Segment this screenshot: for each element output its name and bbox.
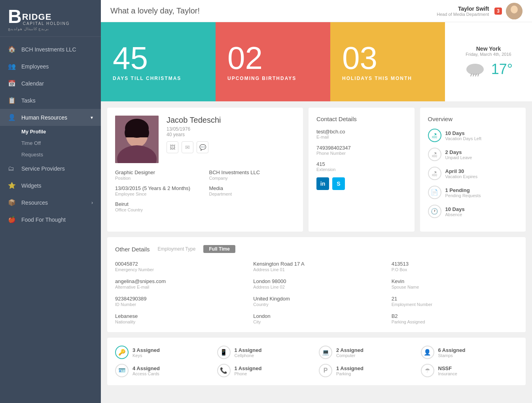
topbar: What a lovely day, Taylor! Taylor Swift … (101, 0, 532, 22)
detail-department: Media Department (209, 185, 295, 196)
svg-point-1 (511, 6, 518, 13)
asset-cellphone: 📱 1 Assigned Cellphone (217, 346, 314, 359)
food-icon: 🍎 (8, 216, 17, 223)
asset-parking: P 1 Assigned Parking (319, 364, 416, 377)
other-details-grid: 00045872 Emergency Number Kensington Roa… (115, 261, 518, 324)
overview-unpaid-leave: 🏖 2 Days Unpaid Leave (428, 148, 518, 161)
service-providers-icon: 🗂 (8, 165, 17, 172)
asset-phone: 📞 1 Assigned Phone (217, 364, 314, 377)
assets-section: 🔑 3 Assigned Keys 📱 1 Assigned Cellphone… (107, 338, 526, 385)
linkedin-button[interactable]: in (316, 177, 329, 190)
other-details-card: Other Details Employment Type Full Time … (107, 237, 526, 332)
sidebar-item-widgets[interactable]: ⭐ Widgets (0, 177, 101, 194)
other-po-box: 413513 P.O Box (392, 261, 518, 272)
profile-photo-btn[interactable]: 🖼 (167, 141, 178, 153)
calendar-icon: 📅 (8, 80, 17, 87)
overview-absence: 🕐 10 Days Absence (428, 205, 518, 218)
phone-icon: 📞 (217, 364, 231, 377)
other-alt-email: angelina@snipes.com Alternative E-mail (115, 278, 241, 289)
detail-company: BCH Investments LLC Company (209, 169, 295, 181)
access-card-icon: 🪪 (115, 364, 129, 377)
other-emergency-number: 00045872 Emergency Number (115, 261, 241, 272)
profile-chat-btn[interactable]: 💬 (197, 141, 208, 153)
stat-birthdays: 02 UPCOMING BIRTHDAYS (216, 22, 330, 101)
skype-button[interactable]: S (332, 177, 345, 190)
social-icons: in S (316, 177, 407, 190)
sub-nav-my-profile[interactable]: My Profile (21, 126, 101, 137)
human-resources-icon: 👤 (8, 114, 17, 121)
sub-nav-requests[interactable]: Requests (21, 149, 101, 160)
unpaid-icon: 🏖 (428, 148, 441, 161)
sidebar-nav: 🏠 BCH Investments LLC 👥 Employees 📅 Cale… (0, 37, 101, 403)
widgets-icon: ⭐ (8, 182, 17, 189)
other-address2: London 98000 Address Line 02 (253, 278, 379, 289)
sidebar-item-bch[interactable]: 🏠 BCH Investments LLC (0, 41, 101, 58)
main-content: What a lovely day, Taylor! Taylor Swift … (101, 0, 532, 403)
expires-icon: 🏖 (428, 167, 441, 180)
greeting-text: What a lovely day, Taylor! (110, 6, 437, 15)
sidebar-item-employees[interactable]: 👥 Employees (0, 58, 101, 75)
contact-extension: 415 Extension (316, 161, 407, 172)
other-nationality: Lebanese Nationality (115, 313, 241, 324)
content-area: Jacob Tedeschi 13/05/1976 40 years 🖼 ✉ 💬… (101, 101, 532, 392)
stat-holidays: 03 HOLIDAYS THIS MONTH (330, 22, 445, 101)
profile-info: Jacob Tedeschi 13/05/1976 40 years 🖼 ✉ 💬 (167, 116, 295, 163)
profile-actions: 🖼 ✉ 💬 (167, 141, 295, 153)
chevron-down-icon: ▾ (91, 115, 93, 120)
beach-icon: 🏖 (428, 129, 441, 142)
home-icon: 🏠 (8, 46, 17, 53)
other-address1: Kensington Road 17 A Address Line 01 (253, 261, 379, 272)
contact-card: Contact Details test@bch.co E-mail 74939… (309, 108, 415, 232)
key-icon: 🔑 (115, 346, 129, 359)
asset-keys: 🔑 3 Assigned Keys (115, 346, 212, 359)
sidebar-item-service-providers[interactable]: 🗂 Service Providers (0, 160, 101, 177)
overview-vacation-expires: 🏖 April 30 Vacation Expires (428, 167, 518, 180)
employees-icon: 👥 (8, 63, 17, 70)
user-info: Taylor Swift Head of Media Department 3 (437, 3, 523, 19)
notification-badge[interactable]: 3 (494, 8, 502, 15)
asset-computer: 💻 2 Assigned Computer (319, 346, 416, 359)
profile-photo (115, 116, 159, 163)
sidebar-item-human-resources[interactable]: 👤 Human Resources ▾ (0, 109, 101, 126)
logo-area: B RIDGE CAPITAL HOLDING بريدج كابيتال هو… (0, 0, 101, 37)
asset-insurance: ☂ NSSF Insurance (421, 364, 518, 377)
profile-email-btn[interactable]: ✉ (182, 141, 193, 153)
other-employment-number: 21 Employment Number (392, 296, 518, 307)
other-id-number: 92384290389 ID Number (115, 296, 241, 307)
contact-phone: 749398402347 Phone Number (316, 145, 407, 156)
sidebar: B RIDGE CAPITAL HOLDING بريدج كابيتال هو… (0, 0, 101, 403)
employment-type-badge: Full Time (203, 245, 235, 253)
sidebar-item-tasks[interactable]: 📋 Tasks (0, 92, 101, 109)
stat-christmas: 45 DAYS TILL CHRISTMAS (101, 22, 216, 101)
asset-access-cards: 🪪 4 Assigned Access Cards (115, 364, 212, 377)
asset-stamps: 👤 6 Assigned Stamps (421, 346, 518, 359)
sidebar-item-resources[interactable]: 📦 Resources › (0, 194, 101, 211)
sidebar-item-food-for-thought[interactable]: 🍎 Food For Thought (0, 211, 101, 228)
profile-section: Jacob Tedeschi 13/05/1976 40 years 🖼 ✉ 💬… (107, 108, 526, 232)
sidebar-item-calendar[interactable]: 📅 Calendar (0, 75, 101, 92)
avatar (506, 3, 523, 19)
weather-widget: New York Friday, March 4th, 2016 17° (445, 22, 532, 101)
stamps-icon: 👤 (421, 346, 434, 359)
profile-details: Graphic Designer Position BCH Investment… (115, 169, 295, 212)
other-parking: B2 Parking Assigned (392, 313, 518, 324)
overview-card: Overview 🏖 10 Days Vacation Days Left 🏖 … (420, 108, 526, 232)
user-name-dept: Taylor Swift Head of Media Department (437, 6, 489, 17)
absence-icon: 🕐 (428, 205, 441, 218)
detail-employee-since: 13/03/2015 (5 Years & 2 Months) Employee… (115, 185, 201, 196)
sub-nav-time-off[interactable]: Time Off (21, 137, 101, 149)
other-country: United Kingdom Country (253, 296, 379, 307)
sub-nav: My Profile Time Off Requests (0, 126, 101, 160)
resources-icon: 📦 (8, 199, 17, 206)
insurance-icon: ☂ (421, 364, 434, 377)
tasks-icon: 📋 (8, 97, 17, 104)
overview-vacation-days: 🏖 10 Days Vacation Days Left (428, 129, 518, 142)
detail-position: Graphic Designer Position (115, 169, 201, 181)
pending-icon: 📄 (428, 186, 441, 199)
stats-banner: 45 DAYS TILL CHRISTMAS 02 UPCOMING BIRTH… (101, 22, 532, 101)
cellphone-icon: 📱 (217, 346, 231, 359)
other-city: London City (253, 313, 379, 324)
chevron-right-icon: › (91, 200, 93, 205)
assets-grid: 🔑 3 Assigned Keys 📱 1 Assigned Cellphone… (115, 346, 518, 377)
contact-email: test@bch.co E-mail (316, 129, 407, 139)
